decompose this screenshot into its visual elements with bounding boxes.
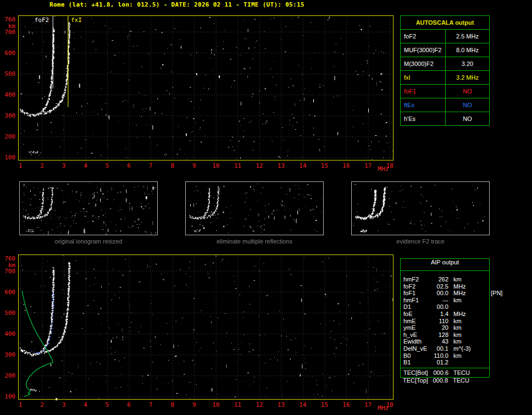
aip-unit: MHz (453, 283, 466, 290)
aip-value: 1.4 (431, 311, 448, 318)
autoscala-row: M(3000)F23.20 (401, 57, 490, 71)
aip-unit: km (453, 297, 462, 304)
aip-row: hmF2262km (403, 276, 489, 283)
aip-unit: km (453, 276, 462, 283)
svg-text:10: 10 (212, 162, 219, 169)
thumbnail-caption: eliminate multiple reflections (185, 238, 324, 245)
parameter-label: foF1 (401, 85, 446, 98)
autoscala-table: AUTOSCALA output foF22.5 MHzMUF(3000)F28… (400, 15, 490, 126)
parameter-value: 8.0 MHz (446, 43, 490, 57)
aip-unit: MHz (453, 290, 466, 297)
svg-text:1: 1 (19, 162, 23, 169)
aip-unit: km (453, 352, 462, 359)
parameter-value: NO (446, 112, 490, 126)
svg-text:200: 200 (4, 372, 15, 379)
aip-row: TEC[Top]000.8TECU (403, 377, 490, 384)
svg-text:4: 4 (84, 401, 87, 408)
aip-unit: km (453, 318, 462, 325)
svg-text:5: 5 (106, 162, 109, 169)
aip-value: 20 (431, 324, 448, 331)
autoscala-table-body: foF22.5 MHzMUF(3000)F28.0 MHzM(3000)F23.… (401, 30, 490, 126)
parameter-label: foF2 (401, 30, 446, 43)
autoscala-panel: AUTOSCALA output foF22.5 MHzMUF(3000)F28… (400, 15, 490, 126)
aip-name: hmF2 (403, 276, 431, 283)
autoscala-title: AUTOSCALA output (401, 16, 490, 30)
svg-text:16: 16 (342, 401, 350, 408)
aip-value: 128 (431, 331, 448, 339)
svg-text:14: 14 (299, 401, 307, 408)
aip-name: B0 (403, 352, 431, 359)
aip-value: 01.2 (431, 359, 448, 366)
svg-text:14: 14 (299, 162, 307, 169)
aip-row: foE1.4MHz (403, 311, 489, 318)
svg-text:13: 13 (278, 401, 285, 408)
aip-value: --- (431, 297, 448, 304)
svg-text:2: 2 (40, 401, 44, 408)
svg-text:400: 400 (4, 330, 15, 337)
aip-value: 262 (431, 276, 448, 283)
aip-unit: TECU (453, 377, 469, 384)
svg-text:13: 13 (278, 162, 285, 169)
top-ionogram-chart: foF2fxI760700600500400300200100km1234567… (0, 13, 409, 184)
aip-rows-below: TEC[Top]000.8TECU (400, 377, 490, 384)
svg-text:9: 9 (192, 401, 196, 408)
svg-text:5: 5 (106, 401, 109, 408)
svg-text:fxI: fxI (71, 16, 82, 24)
parameter-value: 2.5 MHz (446, 30, 490, 43)
svg-text:1: 1 (19, 401, 23, 408)
autoscala-row: fxI3.2 MHz (401, 71, 490, 85)
svg-text:600: 600 (4, 49, 15, 57)
aip-unit: MHz (453, 311, 466, 318)
aip-unit: km (453, 331, 462, 339)
aip-name: hmF1 (403, 297, 431, 304)
svg-text:15: 15 (321, 162, 328, 169)
aip-unit: TECU (453, 369, 470, 377)
aip-row: h_vE128km (403, 331, 489, 339)
svg-text:400: 400 (4, 91, 15, 98)
svg-text:km: km (8, 23, 16, 30)
parameter-label: h'Es (401, 112, 446, 126)
aip-row: hmF1---km (403, 297, 489, 304)
aip-row: foF100.0MHz (403, 290, 489, 297)
parameter-value: NO (446, 98, 490, 112)
aip-name: TEC[Top] (403, 377, 430, 384)
aip-name: TEC[Bot] (403, 369, 431, 377)
aip-row: B0110.0km (403, 352, 489, 359)
thumbnail-original-ionogram (19, 181, 158, 235)
aip-row: Ewidth43km (403, 338, 489, 345)
thumbnail-f2-trace (351, 181, 490, 235)
thumbnail-caption: evidence F2 trace (351, 238, 490, 245)
aip-name: foF1 (403, 290, 431, 297)
aip-row: D100.0 (403, 303, 489, 311)
aip-name: DelN_vE (403, 345, 431, 352)
aip-title: AIP output (401, 259, 489, 271)
aip-value: 110 (431, 318, 448, 325)
svg-text:MHz: MHz (378, 405, 389, 412)
aip-row: DelN_vE00.1m^(-3) (403, 345, 489, 352)
parameter-label: fxI (401, 71, 446, 85)
svg-text:10: 10 (212, 401, 219, 408)
aip-name: hmE (403, 318, 431, 325)
svg-text:3: 3 (62, 401, 66, 408)
aip-name: ymE (403, 324, 431, 331)
parameter-label: ftEs (401, 98, 446, 112)
autoscala-row: MUF(3000)F28.0 MHz (401, 43, 490, 57)
bottom-ionogram-chart: 760700600500400300200100km12345678910111… (0, 252, 409, 415)
svg-text:300: 300 (4, 351, 15, 358)
svg-text:12: 12 (256, 401, 263, 408)
aip-name: h_vE (403, 331, 431, 339)
aip-unit: km (453, 338, 462, 345)
autoscala-row: foF22.5 MHz (401, 30, 490, 43)
aip-value: 00.0 (431, 303, 448, 311)
aip-row: TEC[Bot]000.6TECU (401, 368, 489, 377)
autoscala-row: ftEsNO (401, 98, 490, 112)
aip-row: foF202.5MHz (403, 283, 489, 290)
aip-name: B1 (403, 359, 431, 366)
svg-text:300: 300 (4, 112, 15, 119)
svg-text:15: 15 (321, 401, 328, 408)
svg-text:100: 100 (4, 154, 15, 161)
aip-row: ymE20km (403, 324, 489, 331)
aip-value: 000.6 (431, 369, 448, 377)
aip-value: 00.0 (431, 290, 448, 297)
aip-name: D1 (403, 303, 431, 311)
